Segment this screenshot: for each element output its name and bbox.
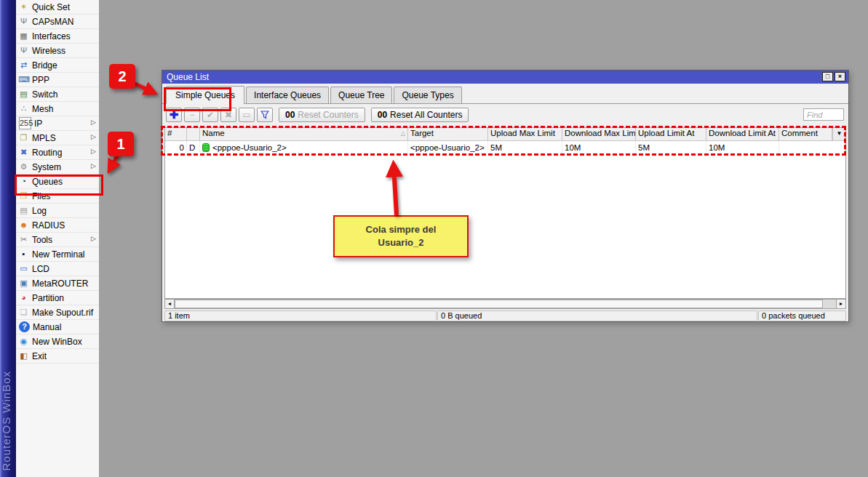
sidebar-item-mpls[interactable]: ❐ MPLS ▷ — [16, 131, 99, 145]
submenu-arrow-icon: ▷ — [91, 148, 96, 155]
winbox-icon: ◉ — [18, 336, 29, 347]
sidebar-item-routing[interactable]: ✖ Routing ▷ — [16, 145, 99, 160]
capsman-icon: Ψ — [18, 16, 29, 27]
tab-queue-types[interactable]: Queue Types — [394, 87, 461, 103]
cell-download-max-limit: 10M — [562, 141, 636, 153]
maximize-button[interactable]: □ — [822, 72, 833, 81]
reset-all-counters-prefix: 00 — [378, 110, 387, 120]
routing-icon: ✖ — [18, 147, 29, 158]
col-header-comment[interactable]: Comment — [779, 128, 832, 140]
scroll-right-icon[interactable]: ▸ — [836, 299, 846, 309]
sidebar-item-new-terminal[interactable]: ▪ New Terminal — [16, 247, 99, 262]
brand-strip: RouterOS WinBox — [0, 0, 16, 477]
sidebar-item-label: New WinBox — [32, 337, 82, 347]
sidebar-item-make-supout[interactable]: ❏ Make Supout.rif — [16, 305, 99, 320]
partition-icon: ◕ — [18, 292, 29, 303]
sidebar-item-queues[interactable]: ◔ Queues — [16, 175, 99, 189]
sidebar-item-label: Interfaces — [32, 31, 71, 41]
sidebar-item-ip[interactable]: 255 IP ▷ — [16, 116, 99, 131]
reset-all-counters-button[interactable]: 00Reset All Counters — [371, 108, 469, 122]
sidebar-item-lcd[interactable]: ▭ LCD — [16, 262, 99, 276]
sidebar-item-label: Quick Set — [32, 2, 70, 12]
annotation-note-line2: Usuario_2 — [335, 236, 467, 249]
sidebar-item-label: Wireless — [32, 46, 65, 56]
close-button[interactable]: × — [835, 72, 845, 81]
manual-icon: ? — [19, 321, 30, 332]
sidebar-item-manual[interactable]: ? Manual — [16, 320, 99, 334]
sidebar-item-exit[interactable]: ◧ Exit — [16, 349, 99, 364]
sidebar-item-switch[interactable]: ▤ Switch — [16, 87, 99, 102]
sidebar-item-capsman[interactable]: Ψ CAPsMAN — [16, 15, 99, 29]
sidebar-item-system[interactable]: ⚙ System ▷ — [16, 160, 99, 175]
sidebar-item-label: IP — [34, 119, 42, 129]
horizontal-scrollbar: ◂ ▸ — [164, 299, 846, 309]
sidebar-item-label: RADIUS — [32, 220, 65, 231]
reset-counters-button[interactable]: 00Reset Counters — [279, 108, 365, 122]
sidebar-item-radius[interactable]: ☻ RADIUS — [16, 218, 99, 233]
tab-queue-tree[interactable]: Queue Tree — [330, 87, 392, 103]
sidebar-item-metarouter[interactable]: ▣ MetaROUTER — [16, 276, 99, 291]
sidebar-item-label: CAPsMAN — [32, 17, 73, 27]
sidebar-item-log[interactable]: ▤ Log — [16, 204, 99, 218]
scroll-left-icon[interactable]: ◂ — [164, 299, 175, 309]
scrollbar-thumb[interactable] — [175, 300, 823, 308]
sidebar-item-mesh[interactable]: ∴ Mesh — [16, 102, 99, 116]
switch-icon: ▤ — [18, 89, 29, 100]
main-menu-sidebar: ✶ Quick Set Ψ CAPsMAN ▦ Interfaces Ψ Wir… — [16, 0, 100, 477]
sidebar-item-files[interactable]: ❒ Files — [16, 189, 99, 204]
filter-button[interactable] — [257, 108, 273, 122]
sidebar-item-label: Mesh — [32, 104, 53, 114]
sidebar-item-label: Partition — [32, 293, 64, 303]
status-packets-queued: 0 packets queued — [758, 310, 846, 321]
scrollbar-track[interactable] — [175, 299, 836, 309]
col-header-target[interactable]: Target — [408, 128, 488, 140]
add-button[interactable]: ✚ — [166, 108, 182, 122]
remove-button[interactable]: − — [184, 108, 200, 122]
simple-queue-icon — [202, 143, 210, 152]
col-header-number[interactable]: # — [165, 128, 187, 140]
interfaces-icon: ▦ — [18, 31, 29, 41]
submenu-arrow-icon: ▷ — [91, 162, 96, 169]
col-header-name[interactable]: Name △ — [200, 128, 408, 140]
cell-name-text: <pppoe-Usuario_2> — [212, 143, 287, 152]
sidebar-item-label: System — [32, 162, 61, 172]
sidebar-item-label: PPP — [32, 75, 49, 85]
sidebar-item-interfaces[interactable]: ▦ Interfaces — [16, 29, 99, 44]
col-header-download-limit-at[interactable]: Download Limit At — [706, 128, 779, 140]
sidebar-item-ppp[interactable]: ⌨ PPP — [16, 73, 99, 87]
mpls-icon: ❐ — [18, 132, 29, 143]
sidebar-item-label: Make Supout.rif — [32, 308, 93, 318]
col-header-upload-max-limit[interactable]: Upload Max Limit — [488, 128, 562, 140]
cell-name: <pppoe-Usuario_2> — [200, 141, 408, 153]
files-icon: ❒ — [18, 191, 29, 201]
sidebar-item-label: Log — [32, 206, 47, 216]
col-header-upload-limit-at[interactable]: Upload Limit At — [636, 128, 706, 140]
sidebar-item-wireless[interactable]: Ψ Wireless — [16, 44, 99, 58]
lcd-icon: ▭ — [18, 263, 29, 274]
col-header-flags[interactable] — [187, 128, 200, 140]
col-header-download-max-limit[interactable]: Download Max Limit — [562, 128, 636, 140]
tab-interface-queues[interactable]: Interface Queues — [246, 87, 329, 103]
annotation-badge-2: 2 — [109, 64, 135, 89]
quick-set-icon: ✶ — [18, 1, 29, 12]
submenu-arrow-icon: ▷ — [91, 235, 96, 242]
sidebar-item-bridge[interactable]: ⇄ Bridge — [16, 58, 99, 73]
tab-simple-queues[interactable]: Simple Queues — [166, 86, 244, 104]
disable-button[interactable]: ✖ — [220, 108, 236, 122]
table-row[interactable]: 0 D <pppoe-Usuario_2> <pppoe-Usuario_2> … — [165, 141, 845, 153]
enable-button[interactable]: ✔ — [202, 108, 218, 122]
wireless-icon: Ψ — [18, 45, 29, 56]
find-input[interactable] — [803, 108, 844, 121]
sidebar-item-quick-set[interactable]: ✶ Quick Set — [16, 0, 99, 15]
sidebar-item-new-winbox[interactable]: ◉ New WinBox — [16, 334, 99, 349]
sidebar-item-tools[interactable]: ✂ Tools ▷ — [16, 233, 99, 247]
sort-ascending-icon: △ — [401, 130, 405, 137]
radius-icon: ☻ — [18, 220, 29, 231]
bridge-icon: ⇄ — [18, 60, 29, 71]
column-menu-button[interactable]: ▼ — [832, 128, 845, 140]
sidebar-item-partition[interactable]: ◕ Partition — [16, 291, 99, 305]
submenu-arrow-icon: ▷ — [91, 119, 96, 126]
table-header-row: # Name △ Target Upload Max Limit Downloa… — [165, 128, 845, 141]
details-button[interactable]: ▭ — [239, 108, 255, 122]
window-titlebar[interactable]: Queue List □ × — [162, 71, 848, 84]
